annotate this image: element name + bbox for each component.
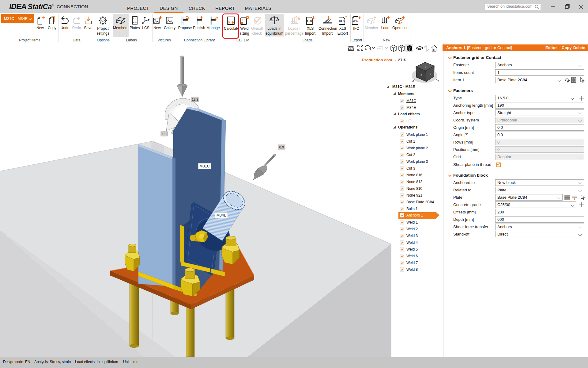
svg-text:M31C: M31C: [199, 164, 209, 168]
svg-text:12.2: 12.2: [192, 98, 198, 101]
svg-text:StatiCa: StatiCa: [28, 3, 52, 11]
svg-text:®: ®: [52, 3, 54, 6]
svg-text:XLS: XLS: [339, 20, 345, 23]
svg-text:0.9: 0.9: [279, 145, 284, 149]
svg-text:IDEA: IDEA: [9, 3, 26, 11]
svg-text:IFC: IFC: [352, 19, 358, 23]
svg-text:XLS: XLS: [307, 20, 312, 23]
svg-text:M34E: M34E: [217, 213, 227, 217]
svg-text:</>: </>: [101, 19, 105, 22]
svg-text:1.9: 1.9: [162, 132, 166, 136]
svg-text:-x: -x: [420, 73, 422, 76]
